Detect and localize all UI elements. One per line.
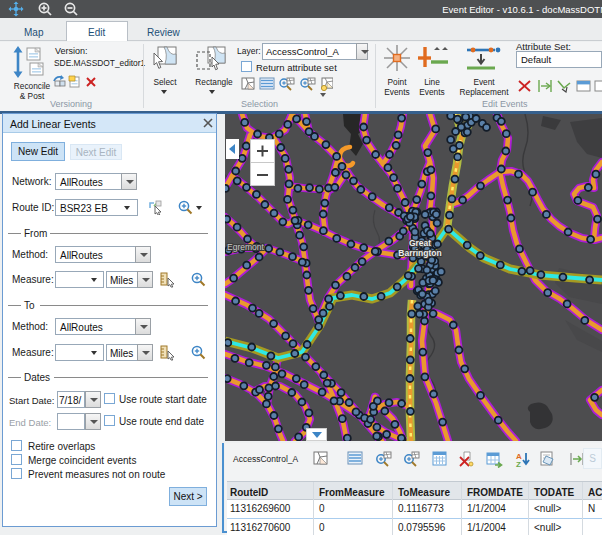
- svg-text:Egremont: Egremont: [227, 242, 264, 252]
- svg-text:Great: Great: [409, 238, 431, 248]
- svg-text:Z: Z: [516, 460, 521, 468]
- svg-text:Barrington: Barrington: [398, 248, 441, 258]
